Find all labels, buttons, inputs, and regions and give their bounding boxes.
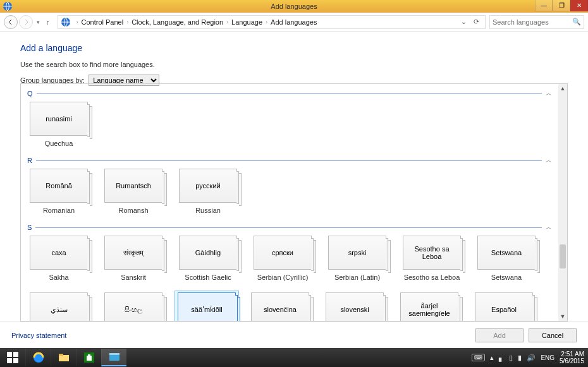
address-dropdown-icon[interactable]: ⌄ — [457, 18, 470, 26]
taskbar[interactable]: ⌨ ▴ ▖ ▯ ▮ 🔊 ENG 2:51 AM 5/6/2015 — [0, 348, 588, 367]
crumb-region[interactable]: Clock, Language, and Region — [132, 18, 223, 26]
crumb-language[interactable]: Language — [231, 18, 262, 26]
forward-button[interactable] — [19, 15, 33, 29]
search-box[interactable]: 🔍 — [489, 15, 584, 29]
up-button[interactable]: ↑ — [45, 18, 51, 26]
language-english: Sanskrit — [121, 274, 146, 281]
language-english: Setswana — [491, 274, 522, 281]
privacy-link[interactable]: Privacy statement — [11, 332, 66, 339]
taskbar-control-panel[interactable] — [101, 349, 126, 366]
language-tile[interactable]: srpskiSerbian (Latin) — [326, 236, 389, 281]
language-tile[interactable]: åarjel saemiengïeleSouthern Sami — [398, 292, 461, 322]
scroll-up-icon[interactable]: ▲ — [558, 84, 567, 93]
flag-icon[interactable]: ▖ — [499, 354, 504, 362]
collapse-icon[interactable]: ︿ — [546, 156, 552, 165]
section-header[interactable]: S︿ — [27, 223, 552, 232]
language-english: Sakha — [49, 274, 68, 281]
language-native: Español — [475, 292, 533, 322]
minimize-button[interactable]: — — [535, 0, 553, 11]
scroll-down-icon[interactable]: ▼ — [558, 312, 567, 321]
language-tile[interactable]: SetswanaSetswana — [475, 236, 538, 281]
svg-rect-7 — [59, 355, 69, 361]
navigation-bar: ▾ ↑ › Control Panel › Clock, Language, a… — [0, 13, 588, 32]
search-icon[interactable]: 🔍 — [572, 18, 581, 26]
language-english: Quechua — [45, 140, 73, 147]
tray-up-icon[interactable]: ▴ — [490, 354, 494, 362]
language-tile[interactable]: RomânăRomanian — [27, 169, 90, 214]
cancel-button[interactable]: Cancel — [529, 328, 577, 342]
language-tile[interactable]: slovenčinaSlovak — [248, 292, 312, 322]
section-letter: R — [27, 157, 32, 164]
language-tile[interactable]: Sesotho sa LeboaSesotho sa Leboa — [400, 236, 463, 281]
crumb-control-panel[interactable]: Control Panel — [82, 18, 124, 26]
language-native: Gàidhlig — [179, 236, 237, 270]
collapse-icon[interactable]: ︿ — [546, 223, 552, 232]
language-english: Romansh — [118, 207, 148, 214]
language-native: Setswana — [477, 236, 536, 270]
language-list-panel: Q︿runasimiQuechuaR︿RomânăRomanianRumants… — [20, 83, 568, 322]
language-native: саха — [30, 236, 88, 270]
language-native: slovenski — [326, 292, 384, 322]
language-native: русский — [179, 169, 237, 203]
language-tile[interactable]: slovenskiSlovenian — [323, 292, 386, 322]
taskbar-ie[interactable] — [25, 349, 51, 366]
maximize-button[interactable]: ❐ — [553, 0, 570, 11]
start-button[interactable] — [0, 348, 25, 367]
osk-icon[interactable]: ⌨ — [472, 354, 485, 361]
language-native: سنڌي — [30, 292, 88, 322]
volume-icon[interactable]: 🔊 — [527, 354, 536, 362]
language-native: slovenčina — [251, 292, 309, 322]
language-native: සිංහල — [104, 292, 162, 322]
app-icon — [3, 1, 13, 11]
language-english: Russian — [195, 207, 221, 214]
close-button[interactable]: ✕ — [570, 0, 588, 11]
crumb-add-languages[interactable]: Add languages — [271, 18, 317, 26]
recent-dropdown-icon[interactable]: ▾ — [37, 19, 40, 25]
language-tile[interactable]: سنڌيSindhi (Arabic) — [27, 292, 90, 322]
language-native: srpski — [328, 236, 386, 270]
language-tile[interactable]: संस्कृतम्Sanskrit — [102, 236, 165, 281]
section-header[interactable]: Q︿ — [27, 89, 552, 98]
back-button[interactable] — [4, 15, 18, 29]
language-tile[interactable]: sääʹmǩiõllSkolt Sami — [175, 291, 238, 322]
battery-icon[interactable]: ▯ — [509, 354, 513, 362]
system-tray[interactable]: ⌨ ▴ ▖ ▯ ▮ 🔊 ENG 2:51 AM 5/6/2015 — [472, 351, 588, 364]
taskbar-store[interactable] — [76, 349, 101, 366]
svg-rect-13 — [109, 353, 119, 355]
language-native: åarjel saemiengïele — [400, 292, 458, 322]
section-header[interactable]: R︿ — [27, 156, 552, 165]
language-english: Serbian (Latin) — [334, 274, 380, 281]
search-input[interactable] — [493, 18, 572, 26]
page-subtext: Use the search box to find more language… — [20, 61, 568, 68]
language-native: српски — [254, 236, 312, 270]
language-english: Serbian (Cyrillic) — [257, 274, 309, 281]
language-native: Română — [30, 169, 88, 203]
collapse-icon[interactable]: ︿ — [546, 89, 552, 98]
breadcrumb[interactable]: › Control Panel › Clock, Language, and R… — [58, 15, 486, 29]
tray-lang[interactable]: ENG — [541, 354, 554, 361]
language-native: संस्कृतम् — [104, 236, 162, 270]
add-button[interactable]: Add — [475, 328, 524, 342]
language-tile[interactable]: српскиSerbian (Cyrillic) — [251, 236, 314, 281]
page-title: Add a language — [20, 43, 568, 53]
network-icon[interactable]: ▮ — [518, 354, 522, 362]
language-tile[interactable]: русскийRussian — [176, 169, 240, 214]
language-tile[interactable]: runasimiQuechua — [27, 102, 90, 147]
tray-clock[interactable]: 2:51 AM 5/6/2015 — [560, 351, 584, 364]
language-native: runasimi — [30, 102, 88, 136]
refresh-button[interactable]: ⟳ — [470, 18, 482, 26]
language-tile[interactable]: RumantschRomansh — [102, 169, 165, 214]
language-tile[interactable]: сахаSakha — [27, 236, 90, 281]
scrollbar[interactable]: ▲ ▼ — [558, 84, 567, 321]
svg-rect-5 — [13, 358, 18, 363]
taskbar-explorer[interactable] — [51, 349, 76, 366]
language-tile[interactable]: සිංහලSinhala — [102, 292, 165, 322]
language-native: Sesotho sa Leboa — [403, 236, 461, 270]
language-tile[interactable]: EspañolSpanish — [472, 292, 536, 322]
svg-rect-2 — [7, 352, 12, 357]
section-letter: S — [27, 224, 32, 231]
language-tile[interactable]: GàidhligScottish Gaelic — [176, 236, 240, 281]
footer-bar: Privacy statement Add Cancel — [0, 322, 588, 348]
scroll-thumb[interactable] — [560, 244, 566, 268]
language-native: Rumantsch — [104, 169, 162, 203]
